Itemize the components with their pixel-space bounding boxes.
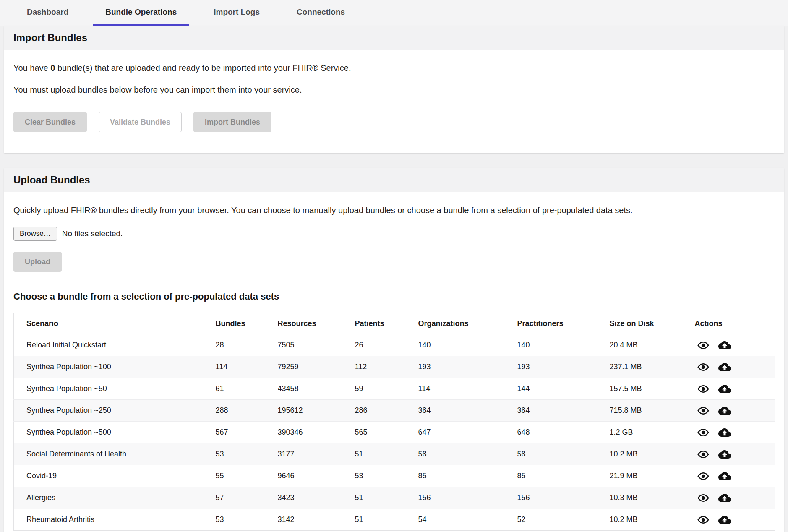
actions-wrap — [695, 514, 771, 526]
view-bundle-button[interactable] — [697, 427, 709, 438]
table-row: Synthea Population ~50 61 43458 59 114 1… — [14, 378, 775, 400]
view-bundle-button[interactable] — [697, 361, 709, 373]
top-tab-bar: Dashboard Bundle Operations Import Logs … — [0, 0, 788, 26]
patients-cell: 53 — [355, 465, 418, 487]
cloud-upload-icon — [718, 448, 731, 461]
organizations-cell: 156 — [418, 487, 517, 509]
actions-wrap — [695, 448, 771, 461]
tab-connections[interactable]: Connections — [284, 0, 357, 26]
actions-cell — [695, 465, 775, 487]
organizations-cell: 193 — [418, 356, 517, 378]
bundles-cell: 567 — [216, 422, 278, 443]
upload-bundle-button[interactable] — [718, 404, 731, 417]
view-bundle-button[interactable] — [697, 514, 709, 526]
view-bundle-button[interactable] — [697, 449, 709, 460]
eye-icon — [697, 427, 709, 438]
bundle-count: 0 — [50, 63, 55, 73]
upload-bundles-title: Upload Bundles — [13, 175, 775, 185]
bundles-cell: 288 — [216, 400, 278, 422]
view-bundle-button[interactable] — [697, 339, 709, 351]
organizations-cell: 58 — [418, 443, 517, 465]
cloud-upload-icon — [718, 339, 731, 352]
tab-dashboard[interactable]: Dashboard — [14, 0, 81, 26]
patients-cell: 51 — [355, 443, 418, 465]
import-bundles-title: Import Bundles — [13, 32, 775, 43]
browse-button[interactable]: Browse… — [13, 227, 57, 241]
upload-bundle-button[interactable] — [718, 383, 731, 395]
view-bundle-button[interactable] — [697, 470, 709, 482]
practitioners-cell: 384 — [517, 400, 610, 422]
bundles-cell: 61 — [216, 378, 278, 400]
resources-cell: 390346 — [278, 422, 355, 443]
patients-cell: 59 — [355, 378, 418, 400]
clear-bundles-button[interactable]: Clear Bundles — [13, 112, 87, 132]
table-row: Synthea Population ~500 567 390346 565 6… — [14, 422, 775, 443]
table-row: Synthea Population ~250 288 195612 286 3… — [14, 400, 775, 422]
bundle-status-prefix: You have — [13, 63, 50, 73]
resources-cell: 3423 — [278, 487, 355, 509]
scenario-cell: Synthea Population ~50 — [14, 378, 216, 400]
file-picker-row: Browse… No files selected. — [13, 227, 775, 241]
actions-cell — [695, 378, 775, 400]
upload-bundle-button[interactable] — [718, 514, 731, 526]
bundles-cell: 53 — [216, 443, 278, 465]
organizations-cell: 85 — [418, 465, 517, 487]
organizations-cell: 647 — [418, 422, 517, 443]
actions-cell — [695, 422, 775, 443]
upload-button[interactable]: Upload — [13, 252, 62, 272]
import-bundles-button[interactable]: Import Bundles — [193, 112, 271, 132]
table-row: Synthea Population ~100 114 79259 112 19… — [14, 356, 775, 378]
bundles-cell: 55 — [216, 465, 278, 487]
datasets-heading: Choose a bundle from a selection of pre-… — [13, 291, 775, 302]
actions-wrap — [695, 492, 771, 504]
actions-wrap — [695, 339, 771, 352]
tab-bundle-operations[interactable]: Bundle Operations — [93, 0, 189, 26]
upload-bundle-button[interactable] — [718, 426, 731, 439]
no-files-selected-text: No files selected. — [62, 229, 123, 238]
actions-wrap — [695, 426, 771, 439]
actions-cell — [695, 487, 775, 509]
view-bundle-button[interactable] — [697, 405, 709, 417]
practitioners-cell: 648 — [517, 422, 610, 443]
practitioners-cell: 58 — [517, 443, 610, 465]
column-header-bundles: Bundles — [216, 313, 278, 334]
import-actions-row: Clear Bundles Validate Bundles Import Bu… — [13, 112, 775, 132]
upload-description: Quickly upload FHIR® bundles directly fr… — [13, 205, 775, 216]
import-bundles-body: You have 0 bundle(s) that are uploaded a… — [4, 50, 784, 153]
actions-wrap — [695, 361, 771, 373]
patients-cell: 565 — [355, 422, 418, 443]
resources-cell: 7505 — [278, 334, 355, 356]
eye-icon — [697, 383, 709, 395]
view-bundle-button[interactable] — [697, 492, 709, 504]
datasets-table: Scenario Bundles Resources Patients Orga… — [13, 313, 775, 531]
cloud-upload-icon — [718, 404, 731, 417]
actions-wrap — [695, 383, 771, 395]
scenario-cell: Reload Initial Quickstart — [14, 334, 216, 356]
upload-bundle-button[interactable] — [718, 361, 731, 373]
upload-bundle-button[interactable] — [718, 492, 731, 504]
practitioners-cell: 193 — [517, 356, 610, 378]
column-header-actions: Actions — [695, 313, 775, 334]
bundles-cell: 28 — [216, 334, 278, 356]
eye-icon — [697, 339, 709, 351]
organizations-cell: 114 — [418, 378, 517, 400]
organizations-cell: 384 — [418, 400, 517, 422]
actions-wrap — [695, 470, 771, 482]
eye-icon — [697, 470, 709, 482]
practitioners-cell: 140 — [517, 334, 610, 356]
validate-bundles-button[interactable]: Validate Bundles — [99, 112, 182, 132]
scenario-cell: Synthea Population ~100 — [14, 356, 216, 378]
upload-bundle-button[interactable] — [718, 470, 731, 482]
view-bundle-button[interactable] — [697, 383, 709, 395]
organizations-cell: 54 — [418, 509, 517, 531]
actions-cell — [695, 334, 775, 356]
scenario-cell: Synthea Population ~250 — [14, 400, 216, 422]
upload-bundle-button[interactable] — [718, 448, 731, 461]
patients-cell: 286 — [355, 400, 418, 422]
cloud-upload-icon — [718, 383, 731, 395]
bundles-cell: 53 — [216, 509, 278, 531]
organizations-cell: 140 — [418, 334, 517, 356]
tab-import-logs[interactable]: Import Logs — [201, 0, 272, 26]
upload-bundle-button[interactable] — [718, 339, 731, 352]
size-on-disk-cell: 10.3 MB — [610, 487, 695, 509]
